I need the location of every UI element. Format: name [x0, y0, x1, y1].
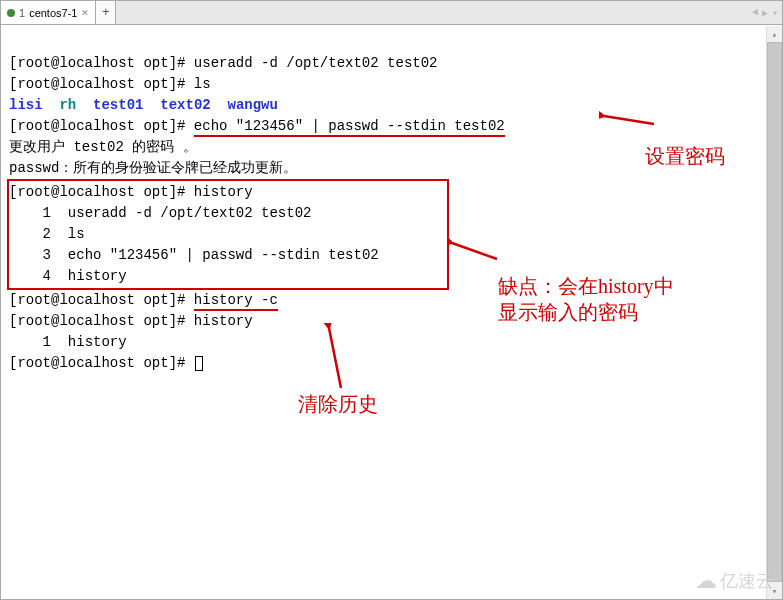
watermark-text: 亿速云: [720, 569, 774, 593]
prompt: [root@localhost opt]#: [9, 55, 194, 71]
tab-active[interactable]: 1 centos7-1 ✕: [1, 1, 96, 24]
cmd-useradd: useradd -d /opt/text02 test02: [194, 55, 438, 71]
tab-close-icon[interactable]: ✕: [81, 8, 89, 18]
hist-cmd: useradd -d /opt/text02 test02: [68, 205, 312, 221]
hist-cmd: ls: [68, 226, 85, 242]
cmd-history: history: [194, 184, 253, 200]
prompt: [root@localhost opt]#: [9, 292, 194, 308]
ls-rh: rh: [59, 97, 76, 113]
tab-nav-right-icon[interactable]: ▶: [762, 7, 768, 19]
cmd-echo-passwd: echo "123456" | passwd --stdin test02: [194, 118, 505, 137]
ls-wangwu: wangwu: [228, 97, 278, 113]
cmd-ls: ls: [194, 76, 211, 92]
tab-title: centos7-1: [29, 7, 77, 19]
prompt: [root@localhost opt]#: [9, 76, 194, 92]
hist-num: 1: [43, 205, 51, 221]
output-passwd-success: passwd：所有的身份验证令牌已经成功更新。: [9, 160, 297, 176]
hist-num: 1: [43, 334, 51, 350]
hist-num: 4: [43, 268, 51, 284]
scroll-thumb[interactable]: [767, 42, 782, 582]
tab-add-button[interactable]: +: [96, 1, 116, 24]
cloud-icon: ☁: [695, 570, 717, 592]
terminal-viewport[interactable]: [root@localhost opt]# useradd -d /opt/te…: [1, 26, 766, 599]
vertical-scrollbar[interactable]: ▴ ▾: [766, 26, 782, 599]
hist-cmd: history: [68, 268, 127, 284]
hist-cmd: echo "123456" | passwd --stdin test02: [68, 247, 379, 263]
cursor-icon: [195, 356, 203, 371]
ls-test01: test01: [93, 97, 143, 113]
ls-lisi: lisi: [9, 97, 43, 113]
output-change-pw: 更改用户 test02 的密码 。: [9, 139, 197, 155]
connection-status-icon: [7, 9, 15, 17]
tab-nav-left-icon[interactable]: ◄: [752, 7, 758, 18]
tab-nav: ◄ ▶ ▾: [748, 1, 782, 24]
hist-num: 2: [43, 226, 51, 242]
hist-cmd: history: [68, 334, 127, 350]
history-output-box: [root@localhost opt]# history 1 useradd …: [7, 179, 449, 290]
watermark: ☁ 亿速云: [695, 569, 774, 593]
cmd-history2: history: [194, 313, 253, 329]
ls-text02: text02: [160, 97, 210, 113]
prompt: [root@localhost opt]#: [9, 355, 194, 371]
tab-number: 1: [19, 7, 25, 19]
tab-nav-menu-icon[interactable]: ▾: [772, 7, 778, 19]
tab-bar: 1 centos7-1 ✕ + ◄ ▶ ▾: [1, 1, 782, 25]
prompt: [root@localhost opt]#: [9, 184, 194, 200]
scroll-up-button[interactable]: ▴: [767, 26, 782, 42]
prompt: [root@localhost opt]#: [9, 313, 194, 329]
cmd-history-c: history -c: [194, 292, 278, 311]
prompt: [root@localhost opt]#: [9, 118, 194, 134]
hist-num: 3: [43, 247, 51, 263]
